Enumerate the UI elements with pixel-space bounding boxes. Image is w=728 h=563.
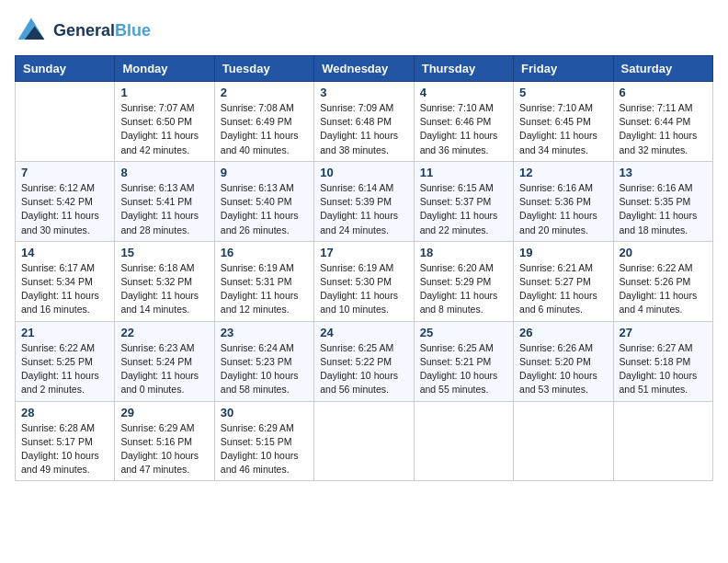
calendar-cell bbox=[613, 401, 712, 481]
day-number: 4 bbox=[420, 86, 507, 99]
calendar-cell: 9Sunrise: 6:13 AM Sunset: 5:40 PM Daylig… bbox=[214, 161, 313, 241]
day-number: 11 bbox=[420, 166, 507, 179]
day-number: 19 bbox=[519, 246, 607, 259]
day-number: 16 bbox=[221, 246, 308, 259]
calendar-cell: 29Sunrise: 6:29 AM Sunset: 5:16 PM Dayli… bbox=[115, 401, 214, 481]
calendar-cell bbox=[16, 82, 115, 162]
day-number: 27 bbox=[620, 326, 707, 339]
weekday-header: Friday bbox=[514, 56, 613, 82]
day-number: 2 bbox=[221, 86, 308, 99]
day-info: Sunrise: 6:17 AM Sunset: 5:34 PM Dayligh… bbox=[21, 261, 108, 317]
calendar-cell: 10Sunrise: 6:14 AM Sunset: 5:39 PM Dayli… bbox=[314, 161, 414, 241]
day-number: 30 bbox=[221, 406, 308, 419]
day-number: 25 bbox=[420, 326, 507, 339]
day-info: Sunrise: 6:20 AM Sunset: 5:29 PM Dayligh… bbox=[420, 261, 507, 317]
day-number: 20 bbox=[620, 246, 707, 259]
day-number: 18 bbox=[420, 246, 507, 259]
day-info: Sunrise: 7:11 AM Sunset: 6:44 PM Dayligh… bbox=[620, 101, 707, 157]
calendar-cell: 7Sunrise: 6:12 AM Sunset: 5:42 PM Daylig… bbox=[16, 161, 115, 241]
calendar-cell: 22Sunrise: 6:23 AM Sunset: 5:24 PM Dayli… bbox=[115, 321, 214, 401]
day-info: Sunrise: 6:25 AM Sunset: 5:21 PM Dayligh… bbox=[420, 341, 507, 397]
day-number: 3 bbox=[320, 86, 407, 99]
day-info: Sunrise: 6:22 AM Sunset: 5:26 PM Dayligh… bbox=[620, 261, 707, 317]
day-info: Sunrise: 6:24 AM Sunset: 5:23 PM Dayligh… bbox=[221, 341, 308, 397]
day-info: Sunrise: 6:29 AM Sunset: 5:16 PM Dayligh… bbox=[120, 421, 208, 477]
calendar-cell: 2Sunrise: 7:08 AM Sunset: 6:49 PM Daylig… bbox=[214, 82, 313, 162]
calendar-cell: 17Sunrise: 6:19 AM Sunset: 5:30 PM Dayli… bbox=[314, 241, 414, 321]
day-info: Sunrise: 6:12 AM Sunset: 5:42 PM Dayligh… bbox=[21, 181, 108, 237]
day-number: 14 bbox=[21, 246, 108, 259]
day-number: 12 bbox=[519, 166, 607, 179]
day-number: 8 bbox=[120, 166, 208, 179]
calendar-cell: 30Sunrise: 6:29 AM Sunset: 5:15 PM Dayli… bbox=[214, 401, 313, 481]
calendar-cell: 21Sunrise: 6:22 AM Sunset: 5:25 PM Dayli… bbox=[16, 321, 115, 401]
day-number: 24 bbox=[320, 326, 407, 339]
day-number: 26 bbox=[519, 326, 607, 339]
day-number: 15 bbox=[120, 246, 208, 259]
calendar-cell: 25Sunrise: 6:25 AM Sunset: 5:21 PM Dayli… bbox=[414, 321, 513, 401]
calendar-cell: 1Sunrise: 7:07 AM Sunset: 6:50 PM Daylig… bbox=[115, 82, 214, 162]
day-number: 21 bbox=[21, 326, 108, 339]
calendar-cell: 4Sunrise: 7:10 AM Sunset: 6:46 PM Daylig… bbox=[414, 82, 513, 162]
day-info: Sunrise: 6:25 AM Sunset: 5:22 PM Dayligh… bbox=[320, 341, 407, 397]
day-info: Sunrise: 6:16 AM Sunset: 5:36 PM Dayligh… bbox=[519, 181, 607, 237]
calendar-cell: 8Sunrise: 6:13 AM Sunset: 5:41 PM Daylig… bbox=[115, 161, 214, 241]
day-number: 23 bbox=[221, 326, 308, 339]
logo-text: GeneralBlue bbox=[53, 22, 151, 40]
day-info: Sunrise: 6:13 AM Sunset: 5:41 PM Dayligh… bbox=[120, 181, 208, 237]
weekday-header: Tuesday bbox=[214, 56, 313, 82]
calendar-cell: 28Sunrise: 6:28 AM Sunset: 5:17 PM Dayli… bbox=[16, 401, 115, 481]
day-info: Sunrise: 6:19 AM Sunset: 5:30 PM Dayligh… bbox=[320, 261, 407, 317]
calendar-cell: 5Sunrise: 7:10 AM Sunset: 6:45 PM Daylig… bbox=[514, 82, 613, 162]
day-number: 6 bbox=[620, 86, 707, 99]
day-info: Sunrise: 7:10 AM Sunset: 6:46 PM Dayligh… bbox=[420, 101, 507, 157]
day-number: 28 bbox=[21, 406, 108, 419]
weekday-header: Saturday bbox=[613, 56, 712, 82]
logo-icon bbox=[15, 15, 48, 48]
day-info: Sunrise: 6:21 AM Sunset: 5:27 PM Dayligh… bbox=[519, 261, 607, 317]
day-number: 1 bbox=[120, 86, 208, 99]
day-info: Sunrise: 6:13 AM Sunset: 5:40 PM Dayligh… bbox=[221, 181, 308, 237]
day-info: Sunrise: 7:10 AM Sunset: 6:45 PM Dayligh… bbox=[519, 101, 607, 157]
day-number: 22 bbox=[120, 326, 208, 339]
weekday-header: Thursday bbox=[414, 56, 513, 82]
calendar-cell: 15Sunrise: 6:18 AM Sunset: 5:32 PM Dayli… bbox=[115, 241, 214, 321]
calendar-cell: 3Sunrise: 7:09 AM Sunset: 6:48 PM Daylig… bbox=[314, 82, 414, 162]
day-info: Sunrise: 6:16 AM Sunset: 5:35 PM Dayligh… bbox=[620, 181, 707, 237]
day-info: Sunrise: 6:14 AM Sunset: 5:39 PM Dayligh… bbox=[320, 181, 407, 237]
calendar-cell: 23Sunrise: 6:24 AM Sunset: 5:23 PM Dayli… bbox=[214, 321, 313, 401]
day-info: Sunrise: 6:27 AM Sunset: 5:18 PM Dayligh… bbox=[620, 341, 707, 397]
day-number: 5 bbox=[519, 86, 607, 99]
calendar-cell: 12Sunrise: 6:16 AM Sunset: 5:36 PM Dayli… bbox=[514, 161, 613, 241]
calendar-cell bbox=[514, 401, 613, 481]
calendar-cell bbox=[414, 401, 513, 481]
weekday-header: Monday bbox=[115, 56, 214, 82]
day-number: 10 bbox=[320, 166, 407, 179]
day-number: 9 bbox=[221, 166, 308, 179]
day-info: Sunrise: 6:28 AM Sunset: 5:17 PM Dayligh… bbox=[21, 421, 108, 477]
calendar-cell bbox=[314, 401, 414, 481]
calendar-cell: 16Sunrise: 6:19 AM Sunset: 5:31 PM Dayli… bbox=[214, 241, 313, 321]
day-info: Sunrise: 7:09 AM Sunset: 6:48 PM Dayligh… bbox=[320, 101, 407, 157]
calendar-cell: 13Sunrise: 6:16 AM Sunset: 5:35 PM Dayli… bbox=[613, 161, 712, 241]
day-info: Sunrise: 6:23 AM Sunset: 5:24 PM Dayligh… bbox=[120, 341, 208, 397]
day-info: Sunrise: 7:07 AM Sunset: 6:50 PM Dayligh… bbox=[120, 101, 208, 157]
day-number: 7 bbox=[21, 166, 108, 179]
calendar-cell: 19Sunrise: 6:21 AM Sunset: 5:27 PM Dayli… bbox=[514, 241, 613, 321]
day-info: Sunrise: 6:19 AM Sunset: 5:31 PM Dayligh… bbox=[221, 261, 308, 317]
calendar-cell: 11Sunrise: 6:15 AM Sunset: 5:37 PM Dayli… bbox=[414, 161, 513, 241]
day-number: 29 bbox=[120, 406, 208, 419]
day-info: Sunrise: 6:22 AM Sunset: 5:25 PM Dayligh… bbox=[21, 341, 108, 397]
calendar-table: SundayMondayTuesdayWednesdayThursdayFrid… bbox=[15, 55, 713, 481]
weekday-header: Wednesday bbox=[314, 56, 414, 82]
calendar-cell: 26Sunrise: 6:26 AM Sunset: 5:20 PM Dayli… bbox=[514, 321, 613, 401]
calendar-cell: 14Sunrise: 6:17 AM Sunset: 5:34 PM Dayli… bbox=[16, 241, 115, 321]
page-header: GeneralBlue bbox=[15, 15, 713, 48]
calendar-cell: 6Sunrise: 7:11 AM Sunset: 6:44 PM Daylig… bbox=[613, 82, 712, 162]
day-info: Sunrise: 6:15 AM Sunset: 5:37 PM Dayligh… bbox=[420, 181, 507, 237]
day-number: 17 bbox=[320, 246, 407, 259]
calendar-cell: 18Sunrise: 6:20 AM Sunset: 5:29 PM Dayli… bbox=[414, 241, 513, 321]
weekday-header: Sunday bbox=[16, 56, 115, 82]
day-info: Sunrise: 6:26 AM Sunset: 5:20 PM Dayligh… bbox=[519, 341, 607, 397]
day-info: Sunrise: 6:29 AM Sunset: 5:15 PM Dayligh… bbox=[221, 421, 308, 477]
